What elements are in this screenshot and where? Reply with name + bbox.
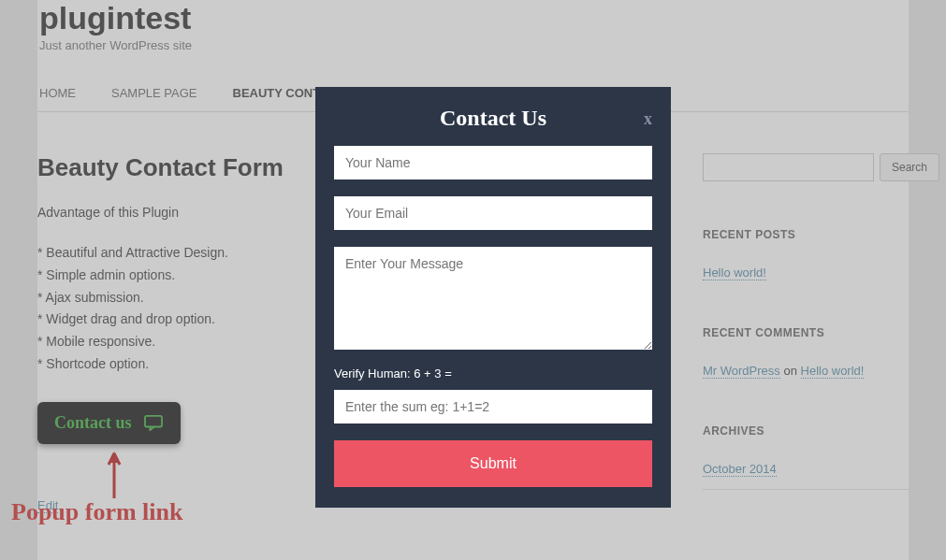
contact-modal: x Contact Us Verify Human: 6 + 3 = Submi… bbox=[315, 87, 671, 508]
submit-button[interactable]: Submit bbox=[334, 440, 652, 487]
message-textarea[interactable] bbox=[334, 247, 652, 350]
email-input[interactable] bbox=[334, 196, 652, 230]
name-input[interactable] bbox=[334, 146, 652, 179]
close-icon[interactable]: x bbox=[644, 109, 652, 129]
verify-label: Verify Human: 6 + 3 = bbox=[334, 366, 652, 381]
modal-title: Contact Us bbox=[334, 87, 652, 146]
verify-input[interactable] bbox=[334, 390, 652, 424]
